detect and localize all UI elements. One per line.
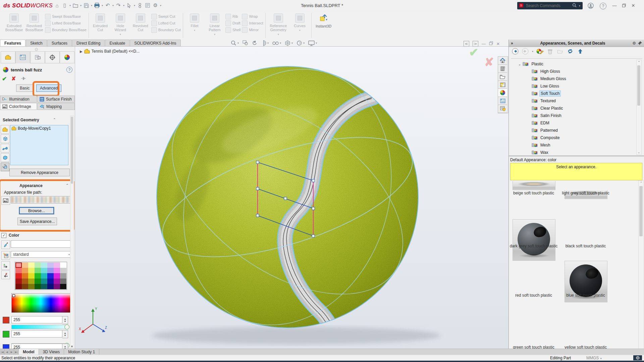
breadcrumb[interactable]: ▶ Tennis Ball (Default) <<D... xyxy=(80,49,140,54)
green-value-field[interactable]: 255 xyxy=(11,330,62,338)
tree-item-mesh[interactable]: Mesh xyxy=(509,141,635,149)
wrap-button[interactable]: Wrap xyxy=(242,13,263,19)
palette-swatch[interactable] xyxy=(15,268,22,273)
appearances-tab-icon[interactable] xyxy=(498,89,507,97)
palette-swatch[interactable] xyxy=(22,262,28,268)
up-level-icon[interactable] xyxy=(577,48,584,55)
previous-view-icon[interactable] xyxy=(252,41,257,46)
tab-mapping[interactable]: Mapping xyxy=(37,103,75,110)
search-caret-icon[interactable]: ▾ xyxy=(579,4,580,7)
color-value-field[interactable] xyxy=(11,240,73,248)
palette-swatch[interactable] xyxy=(41,268,47,273)
selected-geometry-header[interactable]: Selected Geometry xyxy=(3,118,39,122)
intersect-button[interactable]: Intersect xyxy=(242,20,263,26)
tree-item-clear-plastic[interactable]: Clear Plastic xyxy=(509,105,635,112)
model-tab-model[interactable]: Model xyxy=(19,349,39,355)
command-tab-direct-editing[interactable]: Direct Editing xyxy=(72,40,105,47)
palette-swatch[interactable] xyxy=(54,268,60,273)
viewport-close-button[interactable]: ✕ xyxy=(496,42,500,46)
part-reviewer-icon[interactable] xyxy=(498,105,507,113)
tree-item-composite[interactable]: Composite xyxy=(509,134,635,141)
minimize-button[interactable]: — xyxy=(610,2,619,9)
tree-item-satin-finish[interactable]: Satin Finish xyxy=(509,112,635,119)
viewport-restore-button[interactable] xyxy=(489,41,493,46)
face-filter-icon[interactable] xyxy=(1,134,9,143)
zoom-fit-icon[interactable]: ▾ xyxy=(231,40,239,46)
palette-swatch[interactable] xyxy=(47,284,54,289)
palette-swatch[interactable] xyxy=(47,262,54,268)
task-pane-pin-icon[interactable] xyxy=(638,41,642,45)
palette-swatch[interactable] xyxy=(22,284,28,289)
tree-item-plastic[interactable]: ⌄Plastic xyxy=(509,60,635,68)
selected-geometry-collapse-icon[interactable]: ⌃ xyxy=(53,118,56,121)
tab-first-icon[interactable]: |◀ xyxy=(0,349,5,355)
green-stepper[interactable]: ▲▼ xyxy=(62,330,68,338)
save-appearance-button[interactable]: Save Appearance... xyxy=(17,218,57,225)
appearance-thumbnail-dark-grey-soft-touch-plastic[interactable] xyxy=(513,219,555,261)
curves-button[interactable]: Curves▾ xyxy=(290,13,309,32)
remove-appearance-button[interactable]: Remove Appearance xyxy=(9,169,70,176)
color-gradient-picker[interactable] xyxy=(11,293,70,313)
tree-item-low-gloss[interactable]: Low Gloss xyxy=(509,82,635,90)
appearance-thumbnail-beige-soft-touch-plastic[interactable] xyxy=(513,181,555,190)
palette-swatch[interactable] xyxy=(35,268,41,273)
zoom-area-icon[interactable] xyxy=(243,40,248,46)
palette-swatch[interactable] xyxy=(41,273,47,279)
lofted-cut-button[interactable]: Lofted Cut xyxy=(151,20,181,26)
design-library-icon[interactable] xyxy=(498,65,507,73)
refresh-icon[interactable] xyxy=(567,48,574,55)
draft-button[interactable]: Draft xyxy=(225,20,240,26)
surface-filter-icon[interactable] xyxy=(1,144,9,153)
thumbnails-scrollbar[interactable]: ⌃ ⌄ xyxy=(638,180,644,362)
pm-scrollbar[interactable]: ▼ xyxy=(70,116,74,349)
appearance-file-path-field[interactable] xyxy=(11,196,70,203)
palette-swatch[interactable] xyxy=(47,279,54,284)
user-avatar-icon[interactable] xyxy=(588,3,594,10)
tab-surface-finish[interactable]: Surface Finish xyxy=(37,96,75,103)
status-globe-icon[interactable] xyxy=(633,355,642,360)
color-header[interactable]: Color xyxy=(9,233,19,238)
help-icon[interactable]: ? xyxy=(600,3,606,9)
palette-swatch[interactable] xyxy=(41,279,47,284)
command-tab-solidworks-add-ins[interactable]: SOLIDWORKS Add-Ins xyxy=(130,40,180,47)
pin-icon[interactable] xyxy=(21,76,26,80)
tab-featuremanager[interactable] xyxy=(1,51,15,63)
appearance-collapse-icon[interactable]: ⌃ xyxy=(66,183,68,187)
tab-illumination[interactable]: Illumination xyxy=(0,96,37,103)
tree-item-high-gloss[interactable]: High Gloss xyxy=(509,68,635,75)
task-pane-gear-icon[interactable]: ⚙ xyxy=(632,41,636,46)
linear-pattern-button[interactable]: Linear Pattern▾ xyxy=(205,13,224,36)
model-tab-motion-study-1[interactable]: Motion Study 1 xyxy=(64,349,99,355)
viewport-minimize-button[interactable]: — xyxy=(482,42,486,46)
search-input[interactable] xyxy=(525,3,570,8)
pane-left-button[interactable]: ◂▯ xyxy=(464,41,469,47)
thumbs-scroll-up-icon[interactable]: ⌃ xyxy=(639,181,644,185)
tree-scroll-up-icon[interactable]: ⌃ xyxy=(637,61,641,64)
command-tab-features[interactable]: Features xyxy=(0,40,25,47)
palette-swatch[interactable] xyxy=(28,273,35,279)
selected-geometry-list[interactable]: Body-Move/Copy1 xyxy=(10,125,68,165)
eyedropper-icon[interactable] xyxy=(1,240,10,249)
view-palette-icon[interactable] xyxy=(498,81,507,89)
curves-caret-icon[interactable]: ▾ xyxy=(299,29,301,32)
tab-displaymanager[interactable] xyxy=(60,51,74,63)
tennis-ball-model[interactable]: Y X Z xyxy=(75,47,508,349)
search-icon[interactable] xyxy=(572,3,577,8)
palette-swatch[interactable] xyxy=(22,279,28,284)
tree-item-soft-touch[interactable]: Soft Touch xyxy=(509,90,635,97)
palette-swatch[interactable] xyxy=(47,273,54,279)
tab-dimxpertmanager[interactable] xyxy=(45,51,60,63)
command-tab-evaluate[interactable]: Evaluate xyxy=(105,40,129,47)
tree-expand-icon[interactable]: ⌄ xyxy=(518,62,521,66)
red-value-field[interactable]: 255 xyxy=(11,316,62,323)
palette-swatch[interactable] xyxy=(60,279,66,284)
shell-button[interactable]: Shell xyxy=(225,27,240,33)
tree-scrollbar[interactable]: ⌃ ⌄ xyxy=(636,60,642,155)
command-tab-surfaces[interactable]: Surfaces xyxy=(47,40,72,47)
reference-geometry-button[interactable]: Reference Geometry▾ xyxy=(268,13,289,36)
confirm-check-icon[interactable]: ✔ xyxy=(469,46,479,59)
blue-value-field[interactable]: 255 xyxy=(11,344,62,349)
boundary-cut-button[interactable]: Boundary Cut xyxy=(151,27,181,33)
hide-show-icon[interactable]: ▾ xyxy=(272,41,281,45)
advanced-mode-button[interactable]: Advanced xyxy=(36,84,61,92)
